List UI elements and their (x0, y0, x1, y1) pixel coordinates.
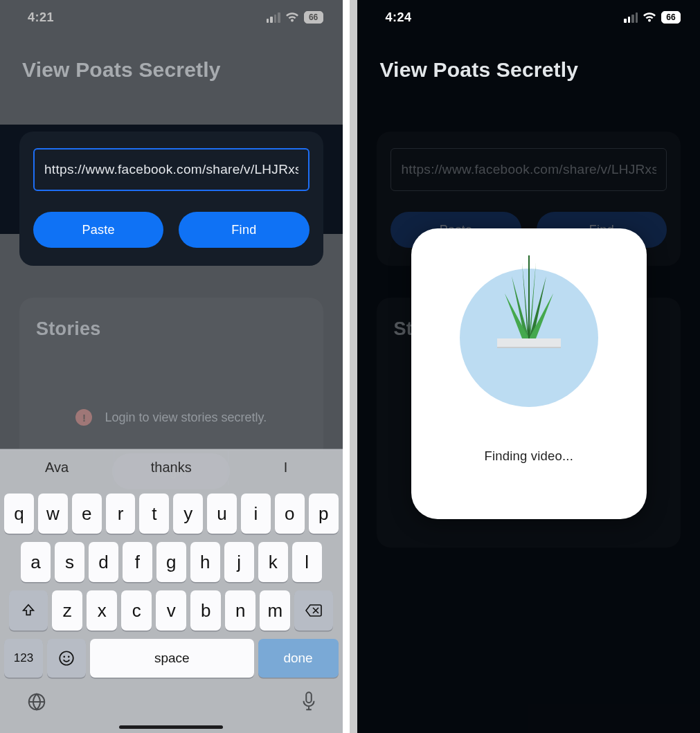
key-s[interactable]: s (55, 542, 84, 582)
status-icons: 66 (267, 11, 323, 24)
keyboard-row-2: a s d f g h j k l (0, 542, 343, 582)
status-bar: 4:24 66 (357, 0, 700, 35)
keyboard[interactable]: Ava thanks I q w e r t y u i o p a s d f… (0, 449, 343, 733)
url-panel: Paste Find (19, 132, 323, 266)
mic-icon[interactable] (301, 691, 316, 717)
key-p[interactable]: p (309, 494, 339, 534)
key-m[interactable]: m (260, 590, 290, 631)
key-g[interactable]: g (156, 542, 186, 582)
page-title: View Poats Secretly (22, 58, 343, 82)
warning-icon: ! (75, 409, 92, 426)
battery-icon: 66 (304, 11, 323, 24)
cellular-icon (267, 12, 280, 23)
finding-video-modal: Finding video... (411, 228, 647, 519)
modal-status-text: Finding video... (484, 449, 573, 464)
key-q[interactable]: q (4, 494, 34, 534)
svg-rect-4 (306, 692, 312, 703)
key-y[interactable]: y (173, 494, 203, 534)
home-indicator[interactable] (119, 725, 223, 729)
globe-icon[interactable] (26, 691, 47, 717)
keyboard-sys-row (0, 678, 343, 717)
prediction-row: Ava thanks I (0, 449, 343, 485)
find-button[interactable]: Find (179, 212, 309, 248)
done-key[interactable]: done (258, 639, 339, 678)
status-icons: 66 (624, 11, 681, 24)
key-i[interactable]: i (241, 494, 271, 534)
keyboard-row-1: q w e r t y u i o p (0, 494, 343, 534)
key-j[interactable]: j (224, 542, 254, 582)
prediction-3[interactable]: I (228, 449, 342, 485)
key-r[interactable]: r (106, 494, 136, 534)
shift-key[interactable] (9, 590, 48, 631)
emoji-key[interactable] (47, 639, 86, 678)
battery-icon: 66 (661, 11, 681, 24)
key-l[interactable]: l (292, 542, 322, 582)
backspace-key[interactable] (294, 590, 333, 631)
stories-login-message: ! Login to view stories secretly. (36, 409, 307, 426)
keyboard-row-3: z x c v b n m (0, 590, 343, 631)
key-k[interactable]: k (258, 542, 288, 582)
numbers-key[interactable]: 123 (4, 639, 43, 678)
page-title: View Poats Secretly (379, 58, 700, 82)
status-time: 4:24 (385, 10, 411, 25)
key-f[interactable]: f (123, 542, 152, 582)
key-n[interactable]: n (225, 590, 255, 631)
prediction-2[interactable]: thanks (114, 449, 228, 485)
url-input[interactable] (33, 148, 309, 191)
wifi-icon (285, 12, 299, 23)
key-t[interactable]: t (139, 494, 169, 534)
key-v[interactable]: v (156, 590, 186, 631)
key-e[interactable]: e (72, 494, 102, 534)
key-c[interactable]: c (121, 590, 152, 631)
svg-point-1 (63, 656, 65, 658)
key-w[interactable]: w (38, 494, 68, 534)
right-screenshot: 4:24 66 View Poats Secretly Paste Find S… (357, 0, 700, 733)
key-o[interactable]: o (275, 494, 305, 534)
key-u[interactable]: u (207, 494, 237, 534)
key-z[interactable]: z (52, 590, 82, 631)
svg-point-2 (68, 656, 70, 658)
status-time: 4:21 (28, 10, 54, 25)
key-h[interactable]: h (190, 542, 220, 582)
stories-heading: Stories (36, 318, 307, 340)
prediction-1[interactable]: Ava (0, 449, 114, 485)
wifi-icon (643, 12, 656, 23)
screenshot-divider (343, 0, 350, 733)
grass-icon (501, 255, 557, 338)
cellular-icon (624, 12, 638, 23)
paste-button[interactable]: Paste (33, 212, 163, 248)
keyboard-row-4: 123 space done (0, 639, 343, 678)
space-key[interactable]: space (90, 639, 254, 678)
left-screenshot: 4:21 66 View Poats Secretly Paste Find S… (0, 0, 343, 733)
key-a[interactable]: a (21, 542, 51, 582)
key-d[interactable]: d (89, 542, 118, 582)
key-x[interactable]: x (87, 590, 117, 631)
plant-illustration (460, 269, 598, 407)
stories-message-text: Login to view stories secretly. (105, 410, 267, 425)
url-input[interactable] (391, 148, 667, 191)
planter-icon (497, 338, 561, 348)
key-b[interactable]: b (190, 590, 221, 631)
svg-point-0 (60, 651, 73, 665)
status-bar: 4:21 66 (0, 0, 343, 35)
